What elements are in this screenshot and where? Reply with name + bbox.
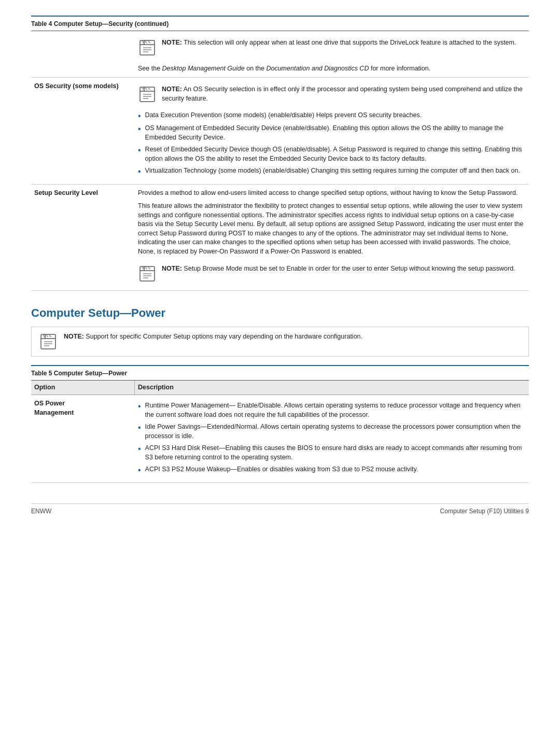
- os-power-desc: Runtime Power Management— Enable/Disable…: [135, 395, 529, 483]
- note-text-setup-security: NOTE: Setup Browse Mode must be set to E…: [162, 264, 515, 274]
- setup-security-label: Setup Security Level: [31, 184, 135, 291]
- table5-title: Table 5 Computer Setup—Power: [31, 366, 529, 381]
- os-security-label: OS Security (some models): [31, 78, 135, 184]
- table5-header: Option Description: [31, 381, 529, 396]
- note-icon-os: ✎✎✎: [138, 85, 157, 104]
- svg-text:✎✎✎: ✎✎✎: [142, 266, 151, 270]
- row-desc-drivelock: ✎✎✎ NOTE: This selection will only appea…: [135, 31, 529, 78]
- note-text-power-section: NOTE: Support for specific Computer Setu…: [64, 332, 362, 342]
- setup-security-desc: Provides a method to allow end-users lim…: [135, 184, 529, 291]
- list-item: Runtime Power Management— Enable/Disable…: [138, 401, 526, 419]
- row-label-drivelock: [31, 31, 135, 78]
- drivelock-extra: See the Desktop Management Guide on the …: [138, 64, 526, 74]
- list-item: ACPI S3 Hard Disk Reset—Enabling this ca…: [138, 444, 526, 462]
- os-power-label: OS Power Management: [31, 395, 135, 483]
- setup-security-short: Provides a method to allow end-users lim…: [138, 189, 526, 198]
- table-row-os-security: OS Security (some models) ✎✎✎: [31, 78, 529, 184]
- note-box-setup-security: ✎✎✎ NOTE: Setup Browse Mode must be set …: [138, 261, 526, 286]
- note-section-power: ✎✎✎ NOTE: Support for specific Computer …: [31, 327, 529, 357]
- note-icon-power: ✎✎✎: [39, 332, 58, 351]
- list-item: Idle Power Savings—Extended/Normal. Allo…: [138, 423, 526, 441]
- table5-body: OS Power Management Runtime Power Manage…: [31, 395, 529, 483]
- os-security-bullets: Data Execution Prevention (some models) …: [138, 111, 526, 176]
- note-text-drivelock: NOTE: This selection will only appear wh…: [162, 38, 516, 48]
- note-icon-setup: ✎✎✎: [138, 264, 157, 283]
- footer-left: ENWW: [31, 507, 51, 516]
- note-icon: ✎✎✎: [138, 38, 157, 57]
- svg-text:✎✎✎: ✎✎✎: [142, 87, 151, 91]
- table4-body: ✎✎✎ NOTE: This selection will only appea…: [31, 31, 529, 291]
- table-row-setup-security: Setup Security Level Provides a method t…: [31, 184, 529, 291]
- svg-text:✎✎✎: ✎✎✎: [142, 40, 151, 44]
- list-item: OS Management of Embedded Security Devic…: [138, 124, 526, 142]
- list-item: ACPI S3 PS2 Mouse Wakeup—Enables or disa…: [138, 465, 526, 475]
- os-security-desc: ✎✎✎ NOTE: An OS Security selection is in…: [135, 78, 529, 184]
- table5-col-header-2: Description: [135, 381, 177, 395]
- table4-title: Table 4 Computer Setup—Security (continu…: [31, 17, 529, 31]
- page-footer: ENWW Computer Setup (F10) Utilities 9: [31, 503, 529, 516]
- table5-col-header-1: Option: [31, 381, 135, 395]
- section-power-heading: Computer Setup—Power: [31, 305, 529, 321]
- list-item: Reset of Embedded Security Device though…: [138, 145, 526, 163]
- table-row: ✎✎✎ NOTE: This selection will only appea…: [31, 31, 529, 78]
- table4-section: Table 4 Computer Setup—Security (continu…: [31, 16, 529, 291]
- section-power: Computer Setup—Power ✎✎✎ NOTE: Support f…: [31, 305, 529, 483]
- note-box-os-security: ✎✎✎ NOTE: An OS Security selection is in…: [138, 82, 526, 107]
- note-body-power: Support for specific Computer Setup opti…: [84, 333, 362, 340]
- table5-section: Table 5 Computer Setup—Power Option Desc…: [31, 365, 529, 483]
- footer-right: Computer Setup (F10) Utilities 9: [440, 507, 529, 516]
- note-text-os-security: NOTE: An OS Security selection is in eff…: [162, 85, 526, 103]
- note-box-drivelock: ✎✎✎ NOTE: This selection will only appea…: [138, 35, 526, 60]
- note-prefix-power: NOTE:: [64, 333, 84, 340]
- svg-text:✎✎✎: ✎✎✎: [43, 334, 52, 338]
- list-item: Virtualization Technology (some models) …: [138, 166, 526, 176]
- setup-security-long: This feature allows the administrator th…: [138, 202, 526, 256]
- list-item: Data Execution Prevention (some models) …: [138, 111, 526, 121]
- os-power-bullets: Runtime Power Management— Enable/Disable…: [138, 401, 526, 475]
- table-row-os-power: OS Power Management Runtime Power Manage…: [31, 395, 529, 483]
